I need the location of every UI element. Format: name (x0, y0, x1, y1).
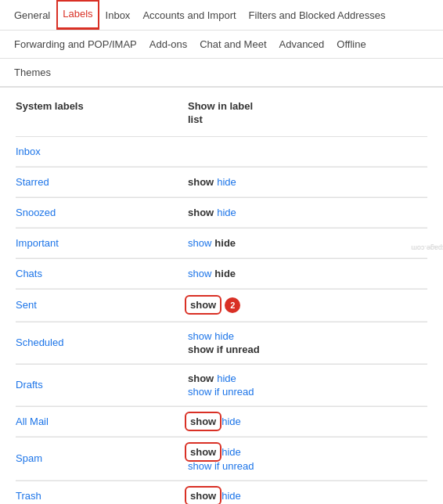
hide-link[interactable]: hide (217, 207, 236, 218)
watermark: ©thegeekpage.com (411, 244, 443, 252)
show-if-unread-link[interactable]: show if unread (188, 460, 254, 472)
show-link[interactable]: show (188, 237, 211, 249)
controls-line: showhide (188, 415, 241, 428)
badge-2: 2 (225, 297, 240, 313)
nav-item-advanced[interactable]: Advanced (273, 31, 331, 58)
controls-line: showhide (188, 489, 241, 502)
table-row: Trashshowhide (16, 481, 427, 504)
nav-row2: Forwarding and POP/IMAPAdd-onsChat and M… (0, 31, 443, 59)
hide-link[interactable]: hide (222, 416, 241, 427)
show-bold-link[interactable]: show (188, 373, 214, 384)
label-name-important: Important (16, 237, 188, 249)
label-name-all-mail: All Mail (16, 416, 188, 427)
hide-link[interactable]: hide (222, 446, 241, 458)
show-bold-boxed-link[interactable]: show (188, 415, 218, 428)
table-header: System labels Show in label list (16, 100, 427, 130)
nav-item-addons[interactable]: Add-ons (143, 31, 193, 58)
label-controls-scheduled: showhideshow if unread (188, 330, 260, 355)
hide-link[interactable]: hide (214, 330, 234, 342)
nav-item-offline[interactable]: Offline (330, 31, 372, 58)
show-bold-link[interactable]: show (188, 207, 214, 218)
controls-line: show if unread (188, 460, 254, 472)
controls-line: showhide (188, 445, 254, 459)
nav-item-chat[interactable]: Chat and Meet (193, 31, 272, 58)
col-system-labels-header: System labels (16, 100, 188, 112)
label-controls-snoozed: showhide (188, 207, 236, 218)
label-controls-spam: showhideshow if unread (188, 445, 254, 472)
label-name-snoozed: Snoozed (16, 207, 188, 218)
label-controls-chats: showhide (188, 268, 236, 279)
controls-line: show2 (188, 297, 240, 313)
nav-row3: Themes (0, 59, 443, 88)
label-name-spam: Spam (16, 452, 188, 464)
label-name-drafts: Drafts (16, 379, 188, 391)
table-row: Snoozedshowhide (16, 198, 427, 228)
show-link[interactable]: show (188, 268, 211, 279)
hide-link[interactable]: hide (222, 490, 241, 502)
label-controls-trash: showhide (188, 489, 241, 502)
nav-item-general[interactable]: General (8, 2, 56, 29)
label-controls-starred: showhide (188, 176, 236, 188)
nav-item-forwarding[interactable]: Forwarding and POP/IMAP (8, 31, 143, 58)
table-row: Importantshowhide (16, 229, 427, 258)
table-row: Sentshow2 (16, 290, 427, 322)
controls-line: showhide (188, 330, 260, 342)
show-bold-link[interactable]: hide (214, 237, 236, 249)
show-bold-link[interactable]: hide (214, 268, 236, 279)
table-rows: InboxStarredshowhideSnoozedshowhideImpor… (16, 137, 427, 504)
controls-line: showhide (188, 176, 236, 188)
controls-line: showhide (188, 207, 236, 218)
label-name-trash: Trash (16, 490, 188, 502)
nav-item-labels[interactable]: Labels (56, 0, 99, 30)
controls-line: show if unread (188, 344, 260, 355)
table-row: Chatsshowhide (16, 259, 427, 289)
label-controls-important: showhide (188, 237, 236, 249)
hide-link[interactable]: hide (217, 373, 236, 384)
hide-link[interactable]: hide (217, 176, 236, 188)
table-row: Scheduledshowhideshow if unread (16, 322, 427, 364)
nav-item-inbox[interactable]: Inbox (99, 2, 137, 29)
controls-line: showhide (188, 237, 236, 249)
col-show-header: Show in label list (188, 100, 253, 127)
table-row: Inbox (16, 137, 427, 167)
nav-item-filters[interactable]: Filters and Blocked Addresses (243, 2, 392, 29)
nav-row1: GeneralLabelsInboxAccounts and ImportFil… (0, 0, 443, 31)
show-if-unread-link[interactable]: show if unread (188, 386, 254, 398)
table-row: Draftsshowhideshow if unread (16, 365, 427, 406)
table-row: All Mailshowhide (16, 407, 427, 437)
label-controls-sent: show2 (188, 297, 240, 313)
show-bold-boxed-link[interactable]: show (188, 298, 218, 311)
show-bold-link[interactable]: show if unread (188, 344, 260, 355)
table-row: Spamshowhideshow if unread (16, 437, 427, 481)
label-controls-drafts: showhideshow if unread (188, 373, 254, 398)
main-content: System labels Show in label list InboxSt… (0, 88, 443, 504)
label-name-starred: Starred (16, 176, 188, 188)
nav-item-themes[interactable]: Themes (8, 59, 57, 86)
controls-line: showhide (188, 268, 236, 279)
label-name-scheduled: Scheduled (16, 337, 188, 348)
label-name-inbox: Inbox (16, 146, 188, 157)
show-bold-link[interactable]: show (188, 176, 214, 188)
show-bold-boxed-link[interactable]: show (188, 445, 218, 459)
label-name-sent: Sent (16, 299, 188, 311)
show-link[interactable]: show (188, 330, 211, 342)
nav-item-accounts[interactable]: Accounts and Import (136, 2, 242, 29)
show-bold-boxed-link[interactable]: show (188, 489, 218, 502)
label-name-chats: Chats (16, 268, 188, 279)
controls-line: show if unread (188, 386, 254, 398)
controls-line: showhide (188, 373, 254, 384)
table-row: Starredshowhide (16, 167, 427, 197)
label-controls-all-mail: showhide (188, 415, 241, 428)
